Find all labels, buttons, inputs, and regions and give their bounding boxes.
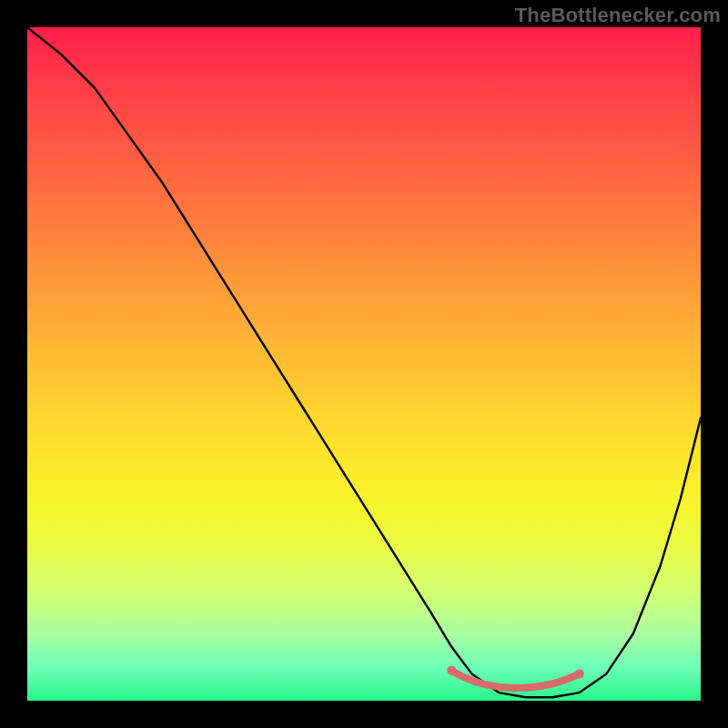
- plot-area: [27, 27, 701, 701]
- watermark-text: TheBottleneсker.com: [515, 4, 721, 27]
- heat-gradient: [27, 27, 701, 701]
- chart-frame: TheBottleneсker.com: [0, 0, 728, 728]
